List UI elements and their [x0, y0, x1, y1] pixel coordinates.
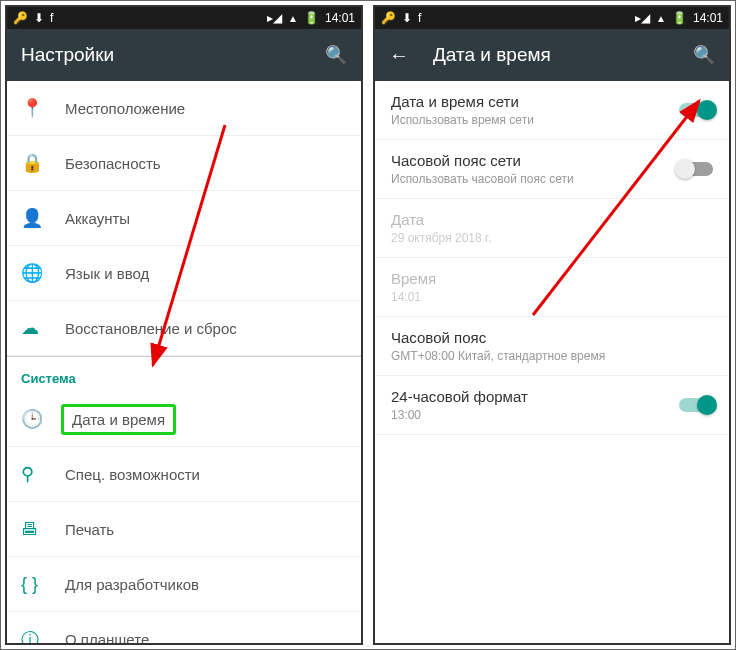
facebook-icon: f — [50, 11, 53, 25]
setting-sub: 14:01 — [391, 290, 713, 304]
page-title: Дата и время — [433, 44, 693, 66]
date-time-list: Дата и время сети Использовать время сет… — [375, 81, 729, 643]
setting-sub: Использовать время сети — [391, 113, 679, 127]
phone-date-time: 🔑 ⬇ f ▸◢ 🔋 14:01 ← Дата и время 🔍 Дата и… — [373, 5, 731, 645]
toggle-network-tz[interactable] — [679, 162, 713, 176]
wifi-icon: ▸◢ — [267, 11, 282, 25]
row-developer[interactable]: { } Для разработчиков — [7, 557, 361, 612]
setting-24h[interactable]: 24-часовой формат 13:00 — [375, 376, 729, 435]
user-icon: 👤 — [21, 207, 65, 229]
setting-date: Дата 29 октября 2018 г. — [375, 199, 729, 258]
wifi-icon: ▸◢ — [635, 11, 650, 25]
row-accounts[interactable]: 👤 Аккаунты — [7, 191, 361, 246]
status-time: 14:01 — [325, 11, 355, 25]
setting-title: Дата — [391, 211, 713, 228]
highlight-box: Дата и время — [61, 404, 176, 435]
phone-settings: 🔑 ⬇ f ▸◢ 🔋 14:01 Настройки 🔍 📍 Местополо… — [5, 5, 363, 645]
page-title: Настройки — [21, 44, 325, 66]
clock-icon: 🕒 — [21, 408, 65, 430]
search-icon[interactable]: 🔍 — [325, 44, 347, 66]
toggle-24h[interactable] — [679, 398, 713, 412]
row-language[interactable]: 🌐 Язык и ввод — [7, 246, 361, 301]
row-label: Аккаунты — [65, 210, 130, 227]
row-print[interactable]: 🖶 Печать — [7, 502, 361, 557]
signal-icon — [288, 11, 298, 25]
cloud-icon: ☁ — [21, 317, 65, 339]
status-bar: 🔑 ⬇ f ▸◢ 🔋 14:01 — [375, 7, 729, 29]
row-label: О планшете — [65, 631, 149, 643]
row-security[interactable]: 🔒 Безопасность — [7, 136, 361, 191]
facebook-icon: f — [418, 11, 421, 25]
section-header: Система — [7, 356, 361, 392]
braces-icon: { } — [21, 574, 65, 595]
status-bar: 🔑 ⬇ f ▸◢ 🔋 14:01 — [7, 7, 361, 29]
setting-sub: 13:00 — [391, 408, 679, 422]
app-bar: ← Дата и время 🔍 — [375, 29, 729, 81]
row-location[interactable]: 📍 Местоположение — [7, 81, 361, 136]
globe-icon: 🌐 — [21, 262, 65, 284]
search-icon[interactable]: 🔍 — [693, 44, 715, 66]
setting-title: Дата и время сети — [391, 93, 679, 110]
settings-list: 📍 Местоположение 🔒 Безопасность 👤 Аккаун… — [7, 81, 361, 643]
lock-icon: 🔒 — [21, 152, 65, 174]
status-time: 14:01 — [693, 11, 723, 25]
printer-icon: 🖶 — [21, 519, 65, 540]
download-icon: ⬇ — [402, 11, 412, 25]
setting-time: Время 14:01 — [375, 258, 729, 317]
row-label: Безопасность — [65, 155, 161, 172]
keyhole-icon: 🔑 — [381, 11, 396, 25]
row-label: Восстановление и сброс — [65, 320, 237, 337]
setting-title: 24-часовой формат — [391, 388, 679, 405]
accessibility-icon: ⚲ — [21, 463, 65, 485]
row-label: Печать — [65, 521, 114, 538]
row-label: Спец. возможности — [65, 466, 200, 483]
setting-title: Часовой пояс — [391, 329, 713, 346]
battery-icon: 🔋 — [304, 11, 319, 25]
app-bar: Настройки 🔍 — [7, 29, 361, 81]
row-about[interactable]: ⓘ О планшете — [7, 612, 361, 643]
setting-timezone[interactable]: Часовой пояс GMT+08:00 Китай, стандартно… — [375, 317, 729, 376]
location-icon: 📍 — [21, 97, 65, 119]
row-backup[interactable]: ☁ Восстановление и сброс — [7, 301, 361, 356]
setting-title: Часовой пояс сети — [391, 152, 679, 169]
battery-icon: 🔋 — [672, 11, 687, 25]
back-icon[interactable]: ← — [389, 44, 409, 67]
keyhole-icon: 🔑 — [13, 11, 28, 25]
setting-title: Время — [391, 270, 713, 287]
row-label: Для разработчиков — [65, 576, 199, 593]
toggle-network-time[interactable] — [679, 103, 713, 117]
download-icon: ⬇ — [34, 11, 44, 25]
row-date-time[interactable]: 🕒 Дата и время — [7, 392, 361, 447]
signal-icon — [656, 11, 666, 25]
setting-network-tz[interactable]: Часовой пояс сети Использовать часовой п… — [375, 140, 729, 199]
row-accessibility[interactable]: ⚲ Спец. возможности — [7, 447, 361, 502]
setting-network-time[interactable]: Дата и время сети Использовать время сет… — [375, 81, 729, 140]
setting-sub: Использовать часовой пояс сети — [391, 172, 679, 186]
row-label: Местоположение — [65, 100, 185, 117]
info-icon: ⓘ — [21, 628, 65, 644]
setting-sub: 29 октября 2018 г. — [391, 231, 713, 245]
setting-sub: GMT+08:00 Китай, стандартное время — [391, 349, 713, 363]
row-label: Язык и ввод — [65, 265, 149, 282]
